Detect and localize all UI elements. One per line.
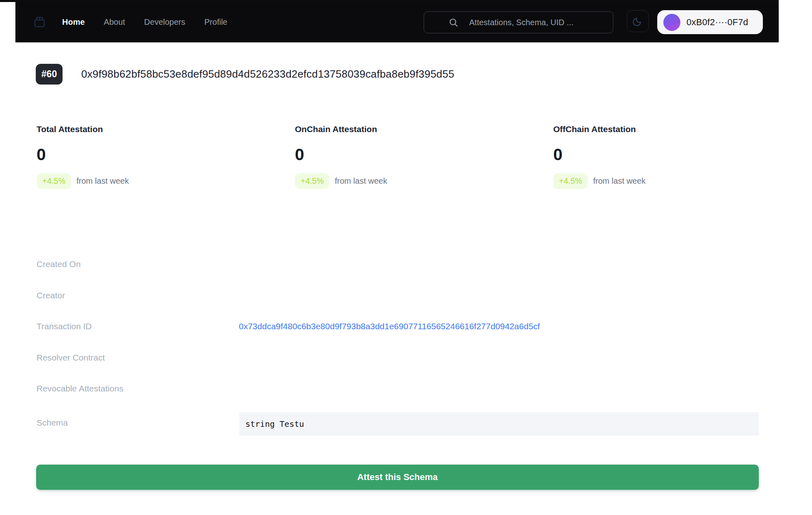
page: Home About Developers Profile 0x xyxy=(0,0,812,515)
nav-item-profile[interactable]: Profile xyxy=(204,17,227,27)
change-percent-badge: +4.5% xyxy=(553,173,588,189)
stat-value: 0 xyxy=(295,146,522,163)
theme-toggle-button[interactable] xyxy=(627,10,649,32)
stat-card-total: Total Attestation 0 +4.5% from last week xyxy=(37,124,264,189)
detail-label-created-on: Created On xyxy=(37,259,81,269)
detail-label-revocable: Revocable Attestations xyxy=(37,384,123,393)
nav-item-developers[interactable]: Developers xyxy=(144,17,185,27)
schema-definition-text: string Testu xyxy=(245,419,304,429)
stat-title: OffChain Attestation xyxy=(553,124,781,134)
search-input[interactable] xyxy=(469,18,613,27)
navbar: Home About Developers Profile 0x xyxy=(15,2,779,42)
change-note: from last week xyxy=(593,176,645,186)
stat-value: 0 xyxy=(553,146,781,163)
main-nav: Home About Developers Profile xyxy=(62,2,227,42)
stat-change: +4.5% from last week xyxy=(295,173,522,189)
wallet-avatar xyxy=(663,14,680,31)
stat-change: +4.5% from last week xyxy=(37,173,264,189)
stat-title: OnChain Attestation xyxy=(295,124,522,134)
stat-value: 0 xyxy=(37,146,264,163)
transaction-id-link[interactable]: 0x73ddca9f480c6b3e80d9f793b8a3dd1e690771… xyxy=(239,322,540,331)
schema-uid: 0x9f98b62bf58bc53e8def95d89d4d526233d2ef… xyxy=(81,64,454,85)
change-percent-badge: +4.5% xyxy=(295,173,329,189)
detail-label-transaction: Transaction ID xyxy=(37,322,92,331)
nav-item-home[interactable]: Home xyxy=(62,17,85,27)
attest-schema-button[interactable]: Attest this Schema xyxy=(36,465,759,490)
change-percent-badge: +4.5% xyxy=(37,173,71,189)
change-note: from last week xyxy=(76,176,129,186)
stat-change: +4.5% from last week xyxy=(553,173,781,189)
detail-label-resolver: Resolver Contract xyxy=(37,353,105,363)
moon-icon xyxy=(632,15,643,27)
change-note: from last week xyxy=(335,176,387,186)
detail-label-schema: Schema xyxy=(37,418,68,428)
schema-number-badge: #60 xyxy=(36,64,63,85)
nav-item-about[interactable]: About xyxy=(104,17,125,27)
search-box xyxy=(424,11,613,33)
stat-title: Total Attestation xyxy=(37,124,264,134)
schema-definition-box: string Testu xyxy=(239,412,759,436)
stat-card-offchain: OffChain Attestation 0 +4.5% from last w… xyxy=(553,124,781,189)
stat-card-onchain: OnChain Attestation 0 +4.5% from last we… xyxy=(295,124,522,189)
wallet-button[interactable]: 0xB0f2····0F7d xyxy=(657,10,763,34)
search-icon xyxy=(448,17,459,28)
package-box-icon xyxy=(33,16,46,28)
detail-label-creator: Creator xyxy=(37,291,65,300)
wallet-address: 0xB0f2····0F7d xyxy=(686,17,748,28)
